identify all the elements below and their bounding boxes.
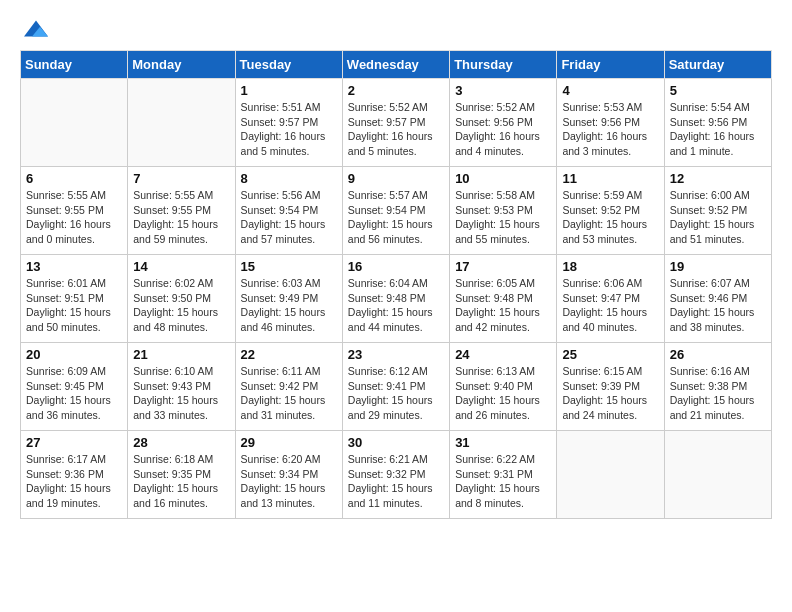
calendar-cell: 18Sunrise: 6:06 AM Sunset: 9:47 PM Dayli…: [557, 255, 664, 343]
calendar-cell: 13Sunrise: 6:01 AM Sunset: 9:51 PM Dayli…: [21, 255, 128, 343]
day-info: Sunrise: 5:53 AM Sunset: 9:56 PM Dayligh…: [562, 100, 658, 159]
calendar-cell: 15Sunrise: 6:03 AM Sunset: 9:49 PM Dayli…: [235, 255, 342, 343]
calendar-cell: 31Sunrise: 6:22 AM Sunset: 9:31 PM Dayli…: [450, 431, 557, 519]
day-number: 11: [562, 171, 658, 186]
day-number: 31: [455, 435, 551, 450]
calendar-cell: 24Sunrise: 6:13 AM Sunset: 9:40 PM Dayli…: [450, 343, 557, 431]
day-info: Sunrise: 6:16 AM Sunset: 9:38 PM Dayligh…: [670, 364, 766, 423]
day-info: Sunrise: 6:00 AM Sunset: 9:52 PM Dayligh…: [670, 188, 766, 247]
day-number: 13: [26, 259, 122, 274]
day-number: 22: [241, 347, 337, 362]
day-header-friday: Friday: [557, 51, 664, 79]
day-number: 14: [133, 259, 229, 274]
day-info: Sunrise: 6:03 AM Sunset: 9:49 PM Dayligh…: [241, 276, 337, 335]
calendar-cell: 17Sunrise: 6:05 AM Sunset: 9:48 PM Dayli…: [450, 255, 557, 343]
calendar-cell: 28Sunrise: 6:18 AM Sunset: 9:35 PM Dayli…: [128, 431, 235, 519]
day-info: Sunrise: 6:10 AM Sunset: 9:43 PM Dayligh…: [133, 364, 229, 423]
day-info: Sunrise: 6:04 AM Sunset: 9:48 PM Dayligh…: [348, 276, 444, 335]
calendar-cell: [664, 431, 771, 519]
calendar-cell: 20Sunrise: 6:09 AM Sunset: 9:45 PM Dayli…: [21, 343, 128, 431]
day-info: Sunrise: 5:51 AM Sunset: 9:57 PM Dayligh…: [241, 100, 337, 159]
day-number: 18: [562, 259, 658, 274]
day-info: Sunrise: 6:12 AM Sunset: 9:41 PM Dayligh…: [348, 364, 444, 423]
calendar-cell: 12Sunrise: 6:00 AM Sunset: 9:52 PM Dayli…: [664, 167, 771, 255]
day-info: Sunrise: 5:52 AM Sunset: 9:57 PM Dayligh…: [348, 100, 444, 159]
day-number: 7: [133, 171, 229, 186]
day-header-thursday: Thursday: [450, 51, 557, 79]
day-info: Sunrise: 6:22 AM Sunset: 9:31 PM Dayligh…: [455, 452, 551, 511]
calendar-cell: 30Sunrise: 6:21 AM Sunset: 9:32 PM Dayli…: [342, 431, 449, 519]
day-number: 9: [348, 171, 444, 186]
calendar-cell: 7Sunrise: 5:55 AM Sunset: 9:55 PM Daylig…: [128, 167, 235, 255]
day-number: 17: [455, 259, 551, 274]
calendar-cell: 29Sunrise: 6:20 AM Sunset: 9:34 PM Dayli…: [235, 431, 342, 519]
calendar-cell: 5Sunrise: 5:54 AM Sunset: 9:56 PM Daylig…: [664, 79, 771, 167]
calendar-cell: 16Sunrise: 6:04 AM Sunset: 9:48 PM Dayli…: [342, 255, 449, 343]
page-header: [20, 20, 772, 40]
calendar-cell: 8Sunrise: 5:56 AM Sunset: 9:54 PM Daylig…: [235, 167, 342, 255]
calendar-cell: 11Sunrise: 5:59 AM Sunset: 9:52 PM Dayli…: [557, 167, 664, 255]
calendar-cell: 2Sunrise: 5:52 AM Sunset: 9:57 PM Daylig…: [342, 79, 449, 167]
day-number: 4: [562, 83, 658, 98]
calendar-cell: 21Sunrise: 6:10 AM Sunset: 9:43 PM Dayli…: [128, 343, 235, 431]
logo: [20, 20, 48, 40]
day-info: Sunrise: 5:59 AM Sunset: 9:52 PM Dayligh…: [562, 188, 658, 247]
day-header-saturday: Saturday: [664, 51, 771, 79]
day-info: Sunrise: 6:07 AM Sunset: 9:46 PM Dayligh…: [670, 276, 766, 335]
calendar-cell: 3Sunrise: 5:52 AM Sunset: 9:56 PM Daylig…: [450, 79, 557, 167]
day-number: 15: [241, 259, 337, 274]
calendar-cell: [557, 431, 664, 519]
calendar-cell: 26Sunrise: 6:16 AM Sunset: 9:38 PM Dayli…: [664, 343, 771, 431]
day-number: 21: [133, 347, 229, 362]
day-number: 19: [670, 259, 766, 274]
day-info: Sunrise: 6:18 AM Sunset: 9:35 PM Dayligh…: [133, 452, 229, 511]
calendar-cell: 22Sunrise: 6:11 AM Sunset: 9:42 PM Dayli…: [235, 343, 342, 431]
day-number: 10: [455, 171, 551, 186]
day-info: Sunrise: 5:57 AM Sunset: 9:54 PM Dayligh…: [348, 188, 444, 247]
day-number: 20: [26, 347, 122, 362]
calendar-cell: 10Sunrise: 5:58 AM Sunset: 9:53 PM Dayli…: [450, 167, 557, 255]
day-info: Sunrise: 5:58 AM Sunset: 9:53 PM Dayligh…: [455, 188, 551, 247]
day-info: Sunrise: 6:02 AM Sunset: 9:50 PM Dayligh…: [133, 276, 229, 335]
day-header-wednesday: Wednesday: [342, 51, 449, 79]
day-info: Sunrise: 5:55 AM Sunset: 9:55 PM Dayligh…: [133, 188, 229, 247]
day-info: Sunrise: 5:55 AM Sunset: 9:55 PM Dayligh…: [26, 188, 122, 247]
day-number: 6: [26, 171, 122, 186]
day-info: Sunrise: 6:15 AM Sunset: 9:39 PM Dayligh…: [562, 364, 658, 423]
day-number: 5: [670, 83, 766, 98]
day-number: 12: [670, 171, 766, 186]
day-info: Sunrise: 6:06 AM Sunset: 9:47 PM Dayligh…: [562, 276, 658, 335]
day-header-tuesday: Tuesday: [235, 51, 342, 79]
calendar-cell: 14Sunrise: 6:02 AM Sunset: 9:50 PM Dayli…: [128, 255, 235, 343]
day-info: Sunrise: 6:11 AM Sunset: 9:42 PM Dayligh…: [241, 364, 337, 423]
calendar-cell: 1Sunrise: 5:51 AM Sunset: 9:57 PM Daylig…: [235, 79, 342, 167]
calendar-cell: 9Sunrise: 5:57 AM Sunset: 9:54 PM Daylig…: [342, 167, 449, 255]
day-number: 25: [562, 347, 658, 362]
day-number: 30: [348, 435, 444, 450]
calendar-table: SundayMondayTuesdayWednesdayThursdayFrid…: [20, 50, 772, 519]
day-info: Sunrise: 6:09 AM Sunset: 9:45 PM Dayligh…: [26, 364, 122, 423]
day-number: 26: [670, 347, 766, 362]
calendar-cell: 23Sunrise: 6:12 AM Sunset: 9:41 PM Dayli…: [342, 343, 449, 431]
day-number: 29: [241, 435, 337, 450]
day-info: Sunrise: 5:56 AM Sunset: 9:54 PM Dayligh…: [241, 188, 337, 247]
day-info: Sunrise: 6:20 AM Sunset: 9:34 PM Dayligh…: [241, 452, 337, 511]
day-header-monday: Monday: [128, 51, 235, 79]
calendar-cell: 4Sunrise: 5:53 AM Sunset: 9:56 PM Daylig…: [557, 79, 664, 167]
day-number: 23: [348, 347, 444, 362]
day-number: 24: [455, 347, 551, 362]
day-number: 28: [133, 435, 229, 450]
day-number: 27: [26, 435, 122, 450]
day-number: 2: [348, 83, 444, 98]
day-number: 16: [348, 259, 444, 274]
day-info: Sunrise: 6:17 AM Sunset: 9:36 PM Dayligh…: [26, 452, 122, 511]
day-info: Sunrise: 5:54 AM Sunset: 9:56 PM Dayligh…: [670, 100, 766, 159]
calendar-cell: 6Sunrise: 5:55 AM Sunset: 9:55 PM Daylig…: [21, 167, 128, 255]
day-info: Sunrise: 6:21 AM Sunset: 9:32 PM Dayligh…: [348, 452, 444, 511]
day-number: 3: [455, 83, 551, 98]
calendar-cell: 27Sunrise: 6:17 AM Sunset: 9:36 PM Dayli…: [21, 431, 128, 519]
day-number: 1: [241, 83, 337, 98]
day-info: Sunrise: 6:05 AM Sunset: 9:48 PM Dayligh…: [455, 276, 551, 335]
day-info: Sunrise: 5:52 AM Sunset: 9:56 PM Dayligh…: [455, 100, 551, 159]
calendar-cell: 25Sunrise: 6:15 AM Sunset: 9:39 PM Dayli…: [557, 343, 664, 431]
